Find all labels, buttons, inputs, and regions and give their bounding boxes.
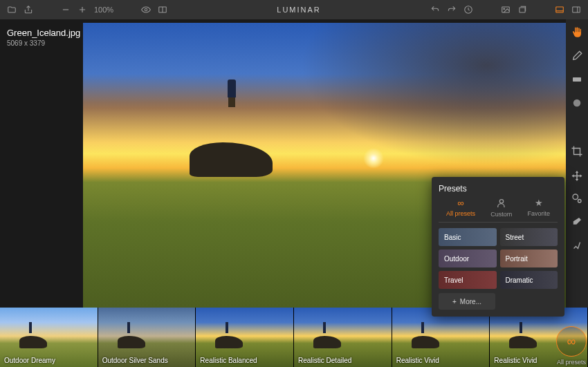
denoise-tool-icon[interactable]	[571, 239, 583, 252]
hand-tool-icon[interactable]	[571, 26, 583, 39]
svg-point-0	[145, 8, 147, 11]
open-folder-icon[interactable]	[7, 5, 17, 15]
svg-rect-6	[556, 7, 564, 12]
batch-icon[interactable]	[517, 5, 527, 15]
erase-tool-icon[interactable]	[571, 216, 583, 228]
svg-point-4	[504, 8, 505, 10]
category-travel[interactable]: Travel	[439, 271, 497, 289]
svg-point-9	[573, 100, 581, 107]
star-icon: ★	[535, 198, 543, 208]
preset-label: Realistic Detailed	[298, 357, 351, 364]
svg-rect-5	[520, 8, 525, 12]
tab-favorite[interactable]: ★Favorite	[527, 198, 550, 218]
file-name: Green_Iceland.jpg	[7, 28, 80, 38]
all-presets-button[interactable]: ∞ All presets	[556, 326, 587, 366]
app-title: LUMINAR	[174, 6, 423, 14]
category-dramatic[interactable]: Dramatic	[500, 271, 558, 289]
user-icon	[496, 198, 507, 209]
zoom-out-icon[interactable]	[61, 5, 71, 15]
history-icon[interactable]	[463, 5, 473, 15]
preset-thumb[interactable]: Outdoor Silver Sands	[98, 308, 196, 367]
infinity-icon: ∞	[567, 335, 576, 349]
file-dimensions: 5069 x 3379	[7, 39, 80, 47]
preset-label: Outdoor Dreamy	[4, 357, 55, 364]
image-icon[interactable]	[501, 5, 511, 15]
svg-point-12	[499, 200, 503, 203]
crop-tool-icon[interactable]	[571, 145, 583, 158]
category-street[interactable]: Street	[500, 228, 558, 246]
panel-title: Presets	[439, 184, 558, 194]
plus-icon: +	[452, 298, 457, 305]
presets-panel: Presets ∞All presets Custom ★Favorite Ba…	[432, 177, 564, 317]
brush-tool-icon[interactable]	[571, 50, 583, 62]
svg-point-10	[573, 194, 578, 200]
export-icon[interactable]	[24, 5, 33, 15]
eye-icon[interactable]	[141, 5, 151, 15]
gradient-tool-icon[interactable]	[571, 73, 583, 86]
preset-label: Realistic Balanced	[200, 357, 257, 364]
tab-all-presets[interactable]: ∞All presets	[446, 198, 475, 218]
preset-label: Realistic Vivid	[494, 357, 537, 364]
panel-toggle-icon[interactable]	[571, 5, 581, 15]
undo-icon[interactable]	[430, 5, 440, 15]
preset-thumb[interactable]: Realistic Detailed	[294, 308, 392, 367]
preset-button-label: All presets	[557, 359, 586, 366]
filmstrip-toggle-icon[interactable]	[555, 5, 564, 15]
file-info: Green_Iceland.jpg 5069 x 3379	[7, 28, 80, 47]
right-toolbar	[566, 19, 588, 308]
preset-label: Realistic Vivid	[396, 357, 439, 364]
preset-thumb[interactable]: Realistic Balanced	[196, 308, 294, 367]
svg-rect-7	[573, 7, 580, 12]
zoom-level: 100%	[94, 6, 113, 14]
top-toolbar: 100% LUMINAR	[0, 0, 588, 19]
clone-tool-icon[interactable]	[571, 192, 583, 205]
tab-custom[interactable]: Custom	[490, 198, 512, 218]
svg-point-11	[578, 200, 582, 203]
compare-icon[interactable]	[158, 5, 167, 15]
redo-icon[interactable]	[447, 5, 457, 15]
infinity-icon: ∞	[457, 198, 463, 208]
category-basic[interactable]: Basic	[439, 228, 497, 246]
zoom-in-icon[interactable]	[77, 5, 87, 15]
transform-tool-icon[interactable]	[571, 169, 583, 181]
more-button[interactable]: +More...	[439, 293, 495, 310]
category-portrait[interactable]: Portrait	[500, 250, 558, 267]
preset-label: Outdoor Silver Sands	[102, 357, 168, 364]
radial-tool-icon[interactable]	[571, 97, 583, 109]
category-outdoor[interactable]: Outdoor	[439, 250, 497, 267]
svg-rect-8	[573, 77, 581, 82]
preset-thumb[interactable]: Outdoor Dreamy	[0, 308, 98, 367]
